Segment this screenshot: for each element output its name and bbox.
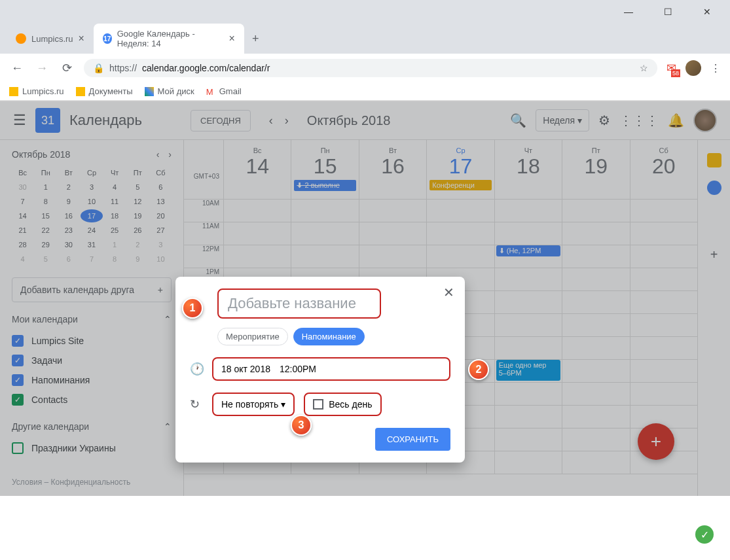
gmail-icon: M	[206, 87, 215, 96]
lock-icon: 🔒	[93, 63, 104, 73]
gmail-ext-icon[interactable]: ✉ 58	[666, 61, 676, 75]
bookmark-label: Lumpics.ru	[22, 86, 64, 96]
checkbox-icon[interactable]	[313, 399, 323, 410]
bookmark-docs[interactable]: Документы	[76, 86, 133, 96]
tab-close-icon[interactable]: ×	[229, 33, 235, 44]
bookmark-drive[interactable]: Мой диск	[145, 86, 194, 96]
gmail-badge-count: 58	[671, 69, 680, 77]
lumpics-favicon-icon	[16, 33, 26, 44]
window-close-icon[interactable]: ✕	[697, 5, 717, 18]
calendar-favicon-icon: 17	[103, 33, 112, 44]
annotation-badge-2: 2	[468, 359, 489, 380]
forward-button[interactable]: →	[34, 61, 50, 75]
repeat-selector[interactable]: Не повторять ▾	[212, 393, 295, 416]
window-minimize-icon[interactable]: —	[619, 5, 638, 18]
bookmark-label: Мой диск	[158, 86, 194, 96]
date-value: 18 окт 2018	[221, 364, 270, 374]
allday-label: Весь день	[329, 399, 372, 410]
reload-button[interactable]: ⟳	[59, 61, 75, 75]
browser-chrome: — ☐ ✕ Lumpics.ru × 17 Google Календарь -…	[0, 0, 730, 101]
bookmark-lumpics[interactable]: Lumpics.ru	[9, 86, 64, 96]
title-input[interactable]: Добавьте название	[217, 289, 381, 319]
bookmark-label: Документы	[89, 86, 133, 96]
time-value: 12:00PM	[280, 364, 316, 374]
drive-icon	[145, 87, 154, 96]
type-reminder-chip[interactable]: Напоминание	[293, 328, 365, 345]
allday-checkbox[interactable]: Весь день	[304, 393, 381, 416]
tab-calendar[interactable]: 17 Google Календарь - Неделя: 14 ×	[94, 24, 244, 54]
datetime-input[interactable]: 18 окт 2018 12:00PM	[212, 357, 450, 381]
type-event-chip[interactable]: Мероприятие	[217, 328, 288, 345]
tab-lumpics[interactable]: Lumpics.ru ×	[7, 27, 94, 50]
shield-icon[interactable]: ✓	[695, 525, 714, 544]
annotation-badge-1: 1	[182, 298, 203, 319]
new-tab-button[interactable]: +	[244, 28, 267, 50]
url-scheme: https://	[109, 63, 137, 73]
tab-title: Google Календарь - Неделя: 14	[117, 29, 224, 48]
browser-menu-icon[interactable]: ⋮	[710, 62, 721, 75]
profile-avatar-icon[interactable]	[685, 60, 701, 76]
url-text: calendar.google.com/calendar/r	[142, 63, 270, 73]
window-maximize-icon[interactable]: ☐	[658, 5, 678, 18]
tab-close-icon[interactable]: ×	[79, 33, 84, 44]
tab-title: Lumpics.ru	[31, 34, 73, 44]
bookmarks-bar: Lumpics.ru Документы Мой диск MGmail	[0, 82, 730, 101]
save-button[interactable]: СОХРАНИТЬ	[375, 428, 450, 451]
page-icon	[76, 87, 85, 96]
dropdown-icon: ▾	[281, 399, 285, 410]
bookmark-gmail[interactable]: MGmail	[206, 86, 242, 96]
repeat-icon: ↻	[190, 397, 203, 411]
repeat-label: Не повторять	[221, 399, 278, 410]
create-reminder-modal: ✕ Добавьте название Мероприятие Напомина…	[175, 277, 465, 463]
close-modal-button[interactable]: ✕	[443, 285, 454, 300]
back-button[interactable]: ←	[9, 61, 25, 75]
bookmark-label: Gmail	[219, 86, 242, 96]
clock-icon: 🕐	[190, 362, 203, 376]
star-icon[interactable]: ☆	[640, 63, 648, 73]
annotation-badge-3: 3	[291, 415, 312, 436]
page-icon	[9, 87, 18, 96]
url-bar[interactable]: 🔒 https://calendar.google.com/calendar/r…	[84, 59, 657, 77]
